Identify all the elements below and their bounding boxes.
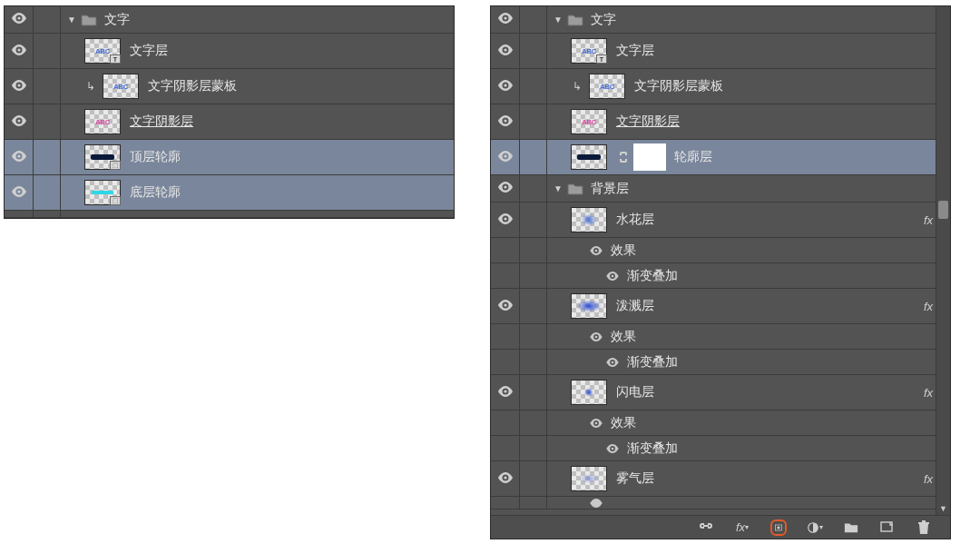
effect-item-row[interactable]: 渐变叠加: [491, 263, 950, 289]
link-layers-icon[interactable]: [698, 519, 714, 536]
effect-visibility-icon[interactable]: [589, 499, 603, 508]
visibility-toggle[interactable]: [5, 34, 34, 68]
visibility-toggle[interactable]: [491, 104, 520, 139]
new-adjustment-layer-icon[interactable]: ▾: [807, 519, 823, 536]
effect-visibility-icon[interactable]: [605, 272, 620, 281]
layer-row[interactable]: ↳ ABC 文字阴影层蒙板: [5, 69, 454, 104]
effect-visibility-icon[interactable]: [589, 332, 603, 341]
disclosure-arrow-icon[interactable]: ▼: [553, 15, 564, 25]
layer-thumbnail[interactable]: ABC: [589, 74, 625, 99]
scrollbar-thumb[interactable]: [938, 201, 948, 219]
svg-point-16: [595, 335, 598, 338]
scroll-down-icon[interactable]: ▼: [936, 502, 950, 515]
effects-header-row[interactable]: 效果: [491, 410, 950, 436]
effect-item-row[interactable]: 渐变叠加: [491, 350, 950, 375]
layer-mask-thumbnail[interactable]: [634, 144, 665, 170]
disclosure-arrow-icon[interactable]: ▼: [66, 15, 77, 25]
disclosure-arrow-icon[interactable]: ▼: [553, 183, 564, 193]
new-group-icon[interactable]: [843, 519, 859, 536]
eye-icon: [498, 472, 513, 486]
layer-name[interactable]: 雾气层: [616, 470, 654, 487]
layer-thumbnail[interactable]: ABC: [571, 38, 607, 64]
layer-row[interactable]: ABC 文字层: [5, 34, 454, 69]
effect-visibility-icon[interactable]: [605, 444, 620, 453]
visibility-toggle[interactable]: [5, 175, 34, 210]
effect-name[interactable]: 渐变叠加: [627, 354, 678, 371]
layer-row[interactable]: ABC 文字层: [491, 34, 950, 69]
group-row-text[interactable]: ▼ 文字: [491, 6, 950, 34]
layer-name[interactable]: 文字阴影层蒙板: [148, 78, 237, 94]
layer-thumbnail[interactable]: [571, 207, 607, 232]
layer-name[interactable]: 水花层: [616, 212, 654, 228]
effect-visibility-icon[interactable]: [589, 246, 603, 255]
layer-thumbnail[interactable]: [571, 466, 607, 491]
layer-name[interactable]: 轮廓层: [674, 149, 712, 165]
layer-name[interactable]: 顶层轮廓: [130, 149, 181, 165]
effects-header-row[interactable]: 效果: [491, 238, 950, 263]
layer-name[interactable]: 底层轮廓: [130, 184, 181, 201]
visibility-toggle[interactable]: [491, 203, 520, 237]
layer-row[interactable]: ABC 文字阴影层: [491, 104, 950, 140]
eye-icon: [498, 13, 513, 26]
effects-header-row[interactable]: 效果: [491, 324, 950, 350]
visibility-toggle[interactable]: [5, 104, 34, 139]
add-layer-style-icon[interactable]: fx▾: [734, 519, 750, 536]
layer-name[interactable]: 文字阴影层: [616, 114, 680, 130]
layer-thumbnail[interactable]: [84, 144, 121, 170]
vertical-scrollbar[interactable]: ▼: [936, 6, 950, 515]
layer-name[interactable]: 文字层: [130, 43, 168, 59]
visibility-toggle[interactable]: [491, 175, 520, 202]
layer-row-selected[interactable]: 顶层轮廓: [5, 140, 454, 175]
visibility-toggle[interactable]: [491, 69, 520, 104]
effect-visibility-icon[interactable]: [605, 358, 620, 367]
layer-thumbnail[interactable]: [571, 144, 607, 170]
layer-row[interactable]: 泼溅层 fx▲: [491, 289, 950, 324]
visibility-toggle[interactable]: [491, 461, 520, 496]
visibility-toggle[interactable]: [491, 375, 520, 410]
layer-row[interactable]: 雾气层 fx▲: [491, 461, 950, 497]
layer-row[interactable]: ↳ ABC 文字阴影层蒙板: [491, 69, 950, 104]
visibility-toggle[interactable]: [491, 289, 520, 323]
layer-row[interactable]: 闪电层 fx▲: [491, 375, 950, 410]
layer-name[interactable]: 文字阴影层: [130, 114, 193, 130]
add-layer-mask-icon[interactable]: [770, 519, 787, 536]
effect-name[interactable]: 渐变叠加: [627, 268, 678, 284]
layer-thumbnail[interactable]: [571, 293, 607, 319]
layer-thumbnail[interactable]: ABC: [571, 109, 607, 134]
visibility-toggle[interactable]: [491, 34, 520, 68]
panel-spacer: [5, 211, 454, 218]
visibility-toggle[interactable]: [5, 140, 34, 174]
effect-name[interactable]: 渐变叠加: [627, 440, 678, 457]
effect-item-row[interactable]: 渐变叠加: [491, 436, 950, 461]
effect-visibility-icon[interactable]: [589, 419, 603, 428]
layer-row-selected[interactable]: 底层轮廓: [5, 175, 454, 211]
layer-row-selected[interactable]: 轮廓层: [491, 140, 950, 175]
group-row-background[interactable]: ▼ 背景层: [491, 175, 950, 203]
spacer: [520, 436, 547, 460]
visibility-toggle[interactable]: [491, 140, 520, 174]
layer-row[interactable]: ABC 文字阴影层: [5, 104, 454, 140]
group-name[interactable]: 文字: [104, 12, 130, 28]
layer-row-partial[interactable]: [491, 497, 950, 509]
svg-point-17: [612, 361, 614, 363]
visibility-toggle[interactable]: [5, 6, 34, 33]
visibility-toggle[interactable]: [491, 6, 520, 33]
new-layer-icon[interactable]: [879, 519, 896, 536]
group-name[interactable]: 背景层: [591, 181, 629, 197]
layer-mask-link-icon[interactable]: [616, 144, 631, 170]
layer-name[interactable]: 闪电层: [616, 384, 654, 401]
layer-thumbnail[interactable]: ABC: [84, 109, 121, 134]
layer-name[interactable]: 文字层: [616, 43, 654, 59]
visibility-toggle[interactable]: [5, 69, 34, 104]
delete-layer-icon[interactable]: [916, 519, 932, 536]
layer-thumbnail[interactable]: [571, 380, 607, 405]
group-row-text[interactable]: ▼ 文字: [5, 6, 454, 34]
layer-name[interactable]: 泼溅层: [616, 298, 654, 314]
layer-name[interactable]: 文字阴影层蒙板: [634, 78, 723, 94]
layer-row[interactable]: 水花层 fx▲: [491, 203, 950, 238]
group-name[interactable]: 文字: [591, 12, 616, 28]
eye-icon: [12, 80, 26, 94]
layer-thumbnail[interactable]: ABC: [84, 38, 121, 64]
layer-thumbnail[interactable]: [84, 180, 121, 205]
layer-thumbnail[interactable]: ABC: [103, 74, 139, 99]
